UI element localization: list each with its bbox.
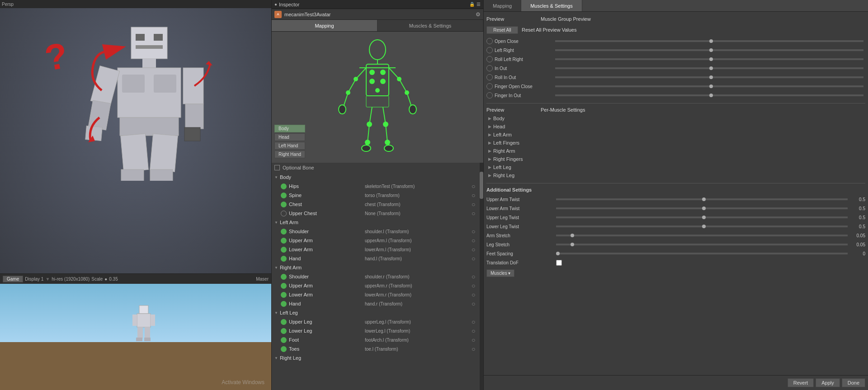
bone-row-upper-chest: Upper Chest None (Transform) ○ — [272, 209, 483, 218]
upper-chest-dot[interactable]: ○ — [472, 210, 481, 217]
head-btn[interactable]: Head — [274, 133, 305, 141]
svg-point-55 — [365, 140, 370, 145]
svg-rect-13 — [184, 127, 200, 141]
slider-open-close: Open Close — [486, 37, 865, 45]
l-shoulder-label: Shoulder — [289, 229, 309, 234]
svg-rect-6 — [122, 75, 145, 93]
l-foot-dot[interactable]: ○ — [472, 336, 481, 343]
translation-dof-checkbox[interactable] — [556, 260, 562, 266]
muscle-item-left-arm[interactable]: ▶ Left Arm — [488, 131, 865, 139]
right-hand-btn[interactable]: Right Hand — [274, 150, 305, 158]
per-muscle-preview-label: Preview — [486, 107, 541, 113]
muscle-item-body[interactable]: ▶ Body — [488, 114, 865, 122]
l-upper-arm-dot[interactable]: ○ — [472, 237, 481, 244]
open-close-label: Open Close — [495, 39, 553, 44]
l-toes-label: Toes — [289, 346, 299, 352]
muscle-item-right-arm[interactable]: ▶ Right Arm — [488, 147, 865, 155]
l-upper-leg-dot[interactable]: ○ — [472, 318, 481, 325]
right-leg-section-header[interactable]: ▼ Right Leg — [272, 353, 483, 362]
right-arm-section-header[interactable]: ▼ Right Arm — [272, 263, 483, 272]
l-upper-leg-value: upperLeg.l (Transform) — [365, 320, 472, 324]
game-tab-label[interactable]: Game — [3, 276, 23, 282]
left-hand-btn[interactable]: Left Hand — [274, 142, 305, 150]
svg-point-36 — [369, 79, 375, 84]
r-shoulder-value: shoulder.r (Transform) — [365, 274, 472, 279]
muscles-dropdown-btn[interactable]: Muscles ▾ — [486, 269, 514, 277]
left-leg-arrow: ▼ — [274, 311, 278, 315]
right-tab-muscles[interactable]: Muscles & Settings — [521, 0, 582, 11]
revert-button[interactable]: Revert — [788, 378, 814, 387]
bone-row-l-hand: Hand hand.l (Transform) ○ — [272, 254, 483, 263]
game-resolution: hi-res (1920x1080) — [52, 277, 90, 282]
gear-icon[interactable]: ⚙ — [476, 11, 481, 18]
lower-arm-twist-label: Lower Arm Twist — [486, 206, 554, 211]
r-lower-arm-dot[interactable]: ○ — [472, 291, 481, 298]
muscle-item-right-fingers[interactable]: ▶ Right Fingers — [488, 155, 865, 163]
bone-row-l-lower-arm: Lower Arm lowerArm.l (Transform) ○ — [272, 245, 483, 254]
r-hand-value: hand.r (Transform) — [365, 301, 472, 306]
bone-row-l-foot: Foot footArch.l (Transform) ○ — [272, 335, 483, 344]
tab-mapping[interactable]: Mapping — [272, 20, 377, 31]
r-shoulder-dot[interactable]: ○ — [472, 273, 481, 280]
l-toes-dot[interactable]: ○ — [472, 345, 481, 352]
left-fingers-label: Left Fingers — [493, 140, 519, 146]
l-hand-dot[interactable]: ○ — [472, 255, 481, 262]
spine-dot[interactable]: ○ — [472, 192, 481, 199]
setting-translation-dof: Translation DoF — [486, 258, 865, 267]
options-icon[interactable]: ☰ — [476, 2, 481, 7]
left-leg-section-header[interactable]: ▼ Left Leg — [272, 308, 483, 317]
lock-icon[interactable]: 🔒 — [469, 2, 475, 7]
muscle-item-right-leg[interactable]: ▶ Right Leg — [488, 171, 865, 179]
apply-button[interactable]: Apply — [816, 378, 840, 387]
r-upper-arm-dot[interactable]: ○ — [472, 282, 481, 289]
scene-persp-label: Persp — [2, 2, 14, 7]
right-leg-muscle-arrow: ▶ — [488, 173, 491, 178]
bone-row-r-hand: Hand hand.r (Transform) ○ — [272, 299, 483, 308]
arm-stretch-value: 0.05 — [849, 233, 865, 238]
left-arm-section-header[interactable]: ▼ Left Arm — [272, 218, 483, 227]
svg-rect-18 — [150, 169, 173, 181]
chest-dot[interactable]: ○ — [472, 201, 481, 208]
per-muscle-sublabel: Per-Muscle Settings — [541, 107, 585, 113]
l-shoulder-dot[interactable]: ○ — [472, 228, 481, 235]
svg-point-50 — [409, 105, 416, 114]
l-lower-arm-dot[interactable]: ○ — [472, 246, 481, 253]
svg-rect-8 — [90, 66, 119, 106]
additional-settings-section: Additional Settings Upper Arm Twist 0.5 … — [486, 187, 865, 267]
divider-1 — [486, 103, 865, 103]
spine-value: torso (Transform) — [365, 193, 472, 198]
l-lower-leg-dot[interactable]: ○ — [472, 327, 481, 334]
muscle-item-left-fingers[interactable]: ▶ Left Fingers — [488, 139, 865, 147]
body-btn[interactable]: Body — [274, 125, 305, 132]
optional-bone-label: Optional Bone — [283, 165, 314, 170]
bone-row-hips: Hips skeletonTest (Transform) ○ — [272, 182, 483, 191]
muscle-item-head[interactable]: ▶ Head — [488, 122, 865, 131]
finger-io-label: Finger In Out — [495, 93, 553, 98]
bone-row-l-toes: Toes toe.l (Transform) ○ — [272, 344, 483, 353]
game-viewport: Activate Windows — [0, 284, 271, 390]
chest-label: Chest — [289, 202, 302, 207]
reset-all-button[interactable]: Reset All — [486, 26, 518, 34]
tab-muscles-settings[interactable]: Muscles & Settings — [377, 20, 483, 31]
right-tab-mapping[interactable]: Mapping — [484, 0, 521, 11]
l-hand-value: hand.l (Transform) — [365, 256, 472, 261]
l-foot-value: footArch.l (Transform) — [365, 338, 472, 343]
svg-point-56 — [362, 145, 371, 151]
svg-rect-15 — [121, 134, 149, 172]
body-section-header[interactable]: ▼ Body — [272, 173, 483, 182]
body-section-label: Body — [280, 174, 291, 180]
r-hand-dot[interactable]: ○ — [472, 300, 481, 307]
hips-dot[interactable]: ○ — [472, 183, 481, 190]
svg-rect-0 — [131, 27, 167, 59]
left-leg-section-label: Left Leg — [280, 310, 298, 315]
slider-roll-left-right: Roll Left Right — [486, 55, 865, 63]
scale-label: Scale — [91, 277, 103, 282]
right-content: Preview Muscle Group Preview Reset All R… — [484, 12, 868, 375]
setting-leg-stretch: Leg Stretch 0.05 — [486, 240, 865, 249]
feet-spacing-value: 0 — [849, 251, 865, 256]
preview-col-label: Preview — [486, 16, 541, 22]
done-button[interactable]: Done — [842, 378, 865, 387]
setting-lower-arm-twist: Lower Arm Twist 0.5 — [486, 204, 865, 212]
muscle-item-left-leg[interactable]: ▶ Left Leg — [488, 163, 865, 171]
feet-spacing-label: Feet Spacing — [486, 251, 554, 256]
